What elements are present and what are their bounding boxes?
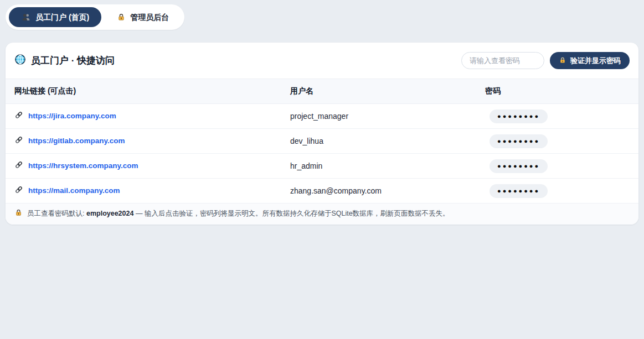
url-cell: https://gitlab.company.com bbox=[6, 135, 281, 147]
password-cell: ●●●●●●●● bbox=[476, 184, 638, 198]
password-cell: ●●●●●●●● bbox=[476, 109, 638, 123]
table-row: https://jira.company.com project_manager… bbox=[6, 104, 638, 129]
url-cell: https://mail.company.com bbox=[6, 185, 281, 196]
lock-icon bbox=[559, 56, 566, 65]
header-actions: 验证并显示密码 bbox=[461, 52, 630, 69]
quick-access-card: 员工门户 · 快捷访问 验证并显示密码 bbox=[6, 43, 638, 225]
masked-password: ●●●●●●●● bbox=[490, 159, 548, 173]
username-cell: zhang.san@company.com bbox=[281, 186, 476, 195]
link-icon bbox=[14, 111, 23, 121]
password-cell: ●●●●●●●● bbox=[476, 159, 638, 173]
lock-icon bbox=[117, 13, 126, 22]
page-title-text: 员工门户 · 快捷访问 bbox=[31, 54, 115, 67]
masked-password: ●●●●●●●● bbox=[490, 184, 548, 198]
card-header: 员工门户 · 快捷访问 验证并显示密码 bbox=[6, 43, 638, 79]
hint-note-text: 员工查看密码默认: employee2024 — 输入后点击验证，密码列将显示明… bbox=[27, 209, 450, 218]
password-cell: ●●●●●●●● bbox=[476, 134, 638, 148]
site-link[interactable]: https://gitlab.company.com bbox=[14, 135, 125, 146]
site-link[interactable]: https://hrsystem.company.com bbox=[14, 160, 138, 171]
site-link[interactable]: https://mail.company.com bbox=[14, 185, 120, 196]
table-header: 网址链接 (可点击) 用户名 密码 bbox=[6, 79, 638, 104]
hint-note-prefix: 员工查看密码默认: bbox=[27, 210, 86, 217]
globe-icon bbox=[14, 54, 26, 68]
page: 员工门户 (首页) 管理员后台 bbox=[0, 0, 644, 339]
tab-label: 管理员后台 bbox=[130, 13, 169, 21]
masked-password: ●●●●●●●● bbox=[490, 134, 548, 148]
tab-label: 员工门户 (首页) bbox=[35, 13, 89, 21]
verify-button-label: 验证并显示密码 bbox=[570, 57, 621, 64]
hint-note: 员工查看密码默认: employee2024 — 输入后点击验证，密码列将显示明… bbox=[6, 204, 638, 225]
url-cell: https://hrsystem.company.com bbox=[6, 160, 281, 171]
tab-employee-portal[interactable]: 员工门户 (首页) bbox=[9, 7, 101, 27]
table-row: https://gitlab.company.com dev_lihua ●●●… bbox=[6, 129, 638, 154]
site-link-text: https://gitlab.company.com bbox=[28, 137, 125, 145]
username-cell: project_manager bbox=[281, 112, 476, 121]
site-link[interactable]: https://jira.company.com bbox=[14, 111, 116, 121]
link-icon bbox=[14, 185, 23, 196]
link-icon bbox=[14, 160, 23, 171]
column-header-url: 网址链接 (可点击) bbox=[6, 79, 281, 103]
site-link-text: https://hrsystem.company.com bbox=[28, 161, 138, 170]
verify-show-password-button[interactable]: 验证并显示密码 bbox=[550, 52, 630, 69]
username-cell: dev_lihua bbox=[281, 137, 476, 145]
table-row: https://mail.company.com zhang.san@compa… bbox=[6, 179, 638, 204]
masked-password: ●●●●●●●● bbox=[490, 109, 548, 123]
view-password-input[interactable] bbox=[461, 52, 544, 69]
tab-admin-backend[interactable]: 管理员后台 bbox=[105, 8, 181, 26]
users-icon bbox=[21, 12, 31, 22]
hint-note-suffix: — 输入后点击验证，密码列将显示明文。所有数据持久化存储于SQLite数据库，刷… bbox=[133, 210, 449, 217]
top-tab-bar: 员工门户 (首页) 管理员后台 bbox=[6, 4, 184, 30]
link-icon bbox=[14, 135, 23, 146]
username-cell: hr_admin bbox=[281, 161, 476, 170]
url-cell: https://jira.company.com bbox=[6, 111, 281, 122]
hint-note-default-password: employee2024 bbox=[86, 210, 133, 217]
site-link-text: https://mail.company.com bbox=[28, 186, 120, 195]
site-link-text: https://jira.company.com bbox=[28, 112, 116, 120]
column-header-password: 密码 bbox=[476, 79, 638, 103]
table-row: https://hrsystem.company.com hr_admin ●●… bbox=[6, 154, 638, 179]
page-title: 员工门户 · 快捷访问 bbox=[14, 54, 115, 68]
lock-icon bbox=[14, 208, 23, 218]
column-header-username: 用户名 bbox=[281, 79, 476, 103]
